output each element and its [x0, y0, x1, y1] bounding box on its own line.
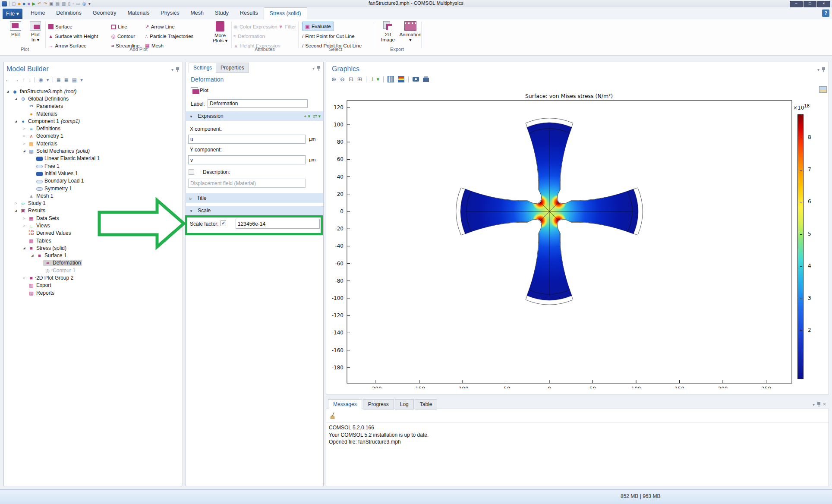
tree-item-global-definitions[interactable]: ◢⊕Global Definitions [4, 95, 181, 102]
description-checkbox[interactable] [189, 169, 194, 175]
zoom-box-icon[interactable]: ⊡ [349, 76, 353, 82]
ribbon-tab-geometry[interactable]: Geometry [87, 7, 122, 19]
expander-icon[interactable]: ◢ [30, 254, 35, 257]
pin-icon[interactable] [317, 66, 320, 71]
tree-item-fanstructure3-mph[interactable]: ◢◆fanStructure3.mph(root) [4, 88, 181, 95]
move-up-icon[interactable]: ↑ [22, 77, 25, 83]
tree-item-parameters[interactable]: PiParameters [4, 103, 181, 110]
section-expression[interactable]: ▼ Expression + ▾ ⇄ ▾ [186, 111, 323, 121]
tab-table[interactable]: Table [415, 399, 438, 410]
panel-menu-caret-icon[interactable]: ▾ [312, 66, 315, 71]
ribbon-item-arrow-line[interactable]: ↗ Arrow Line [145, 23, 175, 31]
2d-image-button[interactable]: 2D Image [378, 21, 397, 42]
forward-arrow-icon[interactable]: → [14, 77, 19, 83]
help-button[interactable]: ? [822, 9, 829, 17]
snapshot-icon[interactable] [413, 77, 419, 82]
scale-factor-input[interactable] [236, 219, 320, 229]
ribbon-item-surface-with-height[interactable]: ▲ Surface with Height [48, 32, 98, 40]
expander-icon[interactable]: ▷ [22, 134, 27, 138]
tree-item-deformation[interactable]: ≈Deformation [4, 259, 181, 267]
tree-item-materials[interactable]: ●Materials [4, 110, 181, 117]
tree-item-surface-1[interactable]: ◢■Surface 1 [4, 252, 181, 259]
tree-item-data-sets[interactable]: ▷▦Data Sets [4, 214, 181, 222]
expander-icon[interactable]: ◢ [5, 90, 10, 93]
tab-messages[interactable]: Messages [328, 399, 362, 410]
clear-messages-button[interactable] [330, 412, 336, 421]
back-arrow-icon[interactable]: ← [5, 77, 10, 83]
zoom-in-icon[interactable]: ⊕ [331, 76, 336, 82]
node-caret-icon[interactable]: ▾ [80, 77, 83, 83]
expander-icon[interactable]: ▷ [22, 127, 27, 130]
plot-in-button[interactable]: Plot In ▾ [27, 21, 44, 42]
settings-plot-button[interactable]: Plot [191, 86, 208, 94]
y-component-input[interactable] [188, 155, 306, 164]
panel-menu-caret-icon[interactable]: ▾ [813, 402, 815, 407]
tree-item-stress-solid[interactable]: ◢■Stress (solid) [4, 244, 181, 252]
expander-icon[interactable]: ◢ [13, 97, 19, 101]
tree-item-geometry-1[interactable]: ▷∧Geometry 1 [4, 132, 181, 140]
tree-item-linear-elastic-material-1[interactable]: Linear Elastic Material 1 [4, 155, 181, 162]
tree-item-2d-plot-group-2[interactable]: ▷■*2D Plot Group 2 [4, 274, 181, 281]
tree-item-study-1[interactable]: ▷∞Study 1 [4, 199, 181, 207]
label-input[interactable] [208, 99, 308, 108]
tree-item-component-1[interactable]: ◢●Component 1(comp1) [4, 117, 181, 125]
panel-menu-caret-icon[interactable]: ▾ [171, 67, 173, 72]
expander-icon[interactable]: ▷ [22, 217, 27, 220]
description-input[interactable] [188, 179, 306, 188]
tree-item-mesh-1[interactable]: ▲Mesh 1 [4, 192, 181, 199]
ribbon-item-surface[interactable]: Surface [48, 23, 72, 31]
x-component-input[interactable] [188, 135, 306, 144]
ribbon-tab-stress-solid[interactable]: Stress (solid) [264, 7, 307, 20]
ribbon-item-evaluate[interactable]: ▣ Evaluate [302, 22, 334, 31]
print-icon[interactable] [423, 78, 429, 82]
ribbon-item-filter[interactable]: ▼ Filter [278, 23, 296, 31]
tree-item-derived-values[interactable]: 8.85e-12Derived Values [4, 230, 181, 237]
move-down-icon[interactable]: ↓ [28, 77, 31, 83]
plot-button[interactable]: Plot [6, 21, 25, 37]
tree-item-results[interactable]: ◢▣Results [4, 207, 181, 214]
expander-icon[interactable]: ◢ [22, 149, 27, 153]
scale-factor-checkbox[interactable]: ✓ [221, 220, 226, 226]
ribbon-tab-study[interactable]: Study [209, 7, 234, 19]
color-legend-icon[interactable] [398, 76, 404, 82]
tree-item-reports[interactable]: ▤Reports [4, 289, 181, 296]
add-expression-icon[interactable]: + ▾ [304, 113, 310, 119]
close-panel-icon[interactable]: × [823, 401, 826, 407]
tab-log[interactable]: Log [395, 399, 414, 410]
tree-item-boundary-load-1[interactable]: Boundary Load 1 [4, 177, 181, 185]
image-icon[interactable] [819, 86, 827, 93]
replace-expression-icon[interactable]: ⇄ ▾ [313, 113, 321, 119]
animation-button[interactable]: Animation▾ [399, 21, 422, 42]
tree-item-definitions[interactable]: ▷≡Definitions [4, 125, 181, 132]
pin-icon[interactable] [176, 67, 179, 72]
grid-icon[interactable] [388, 76, 394, 82]
ribbon-item-line[interactable]: Line [111, 23, 127, 31]
ribbon-tab-materials[interactable]: Materials [122, 7, 155, 19]
show-eye-icon[interactable]: ◉ [38, 77, 43, 83]
pin-icon[interactable] [817, 402, 820, 407]
collapse-all-icon[interactable]: ≣ [57, 77, 61, 83]
pin-icon[interactable] [822, 67, 825, 72]
ribbon-tab-results[interactable]: Results [234, 7, 264, 19]
maximize-button[interactable]: □ [804, 1, 816, 7]
panel-menu-caret-icon[interactable]: ▾ [817, 67, 819, 72]
tab-settings[interactable]: Settings [189, 63, 217, 73]
ribbon-tab-mesh[interactable]: Mesh [185, 7, 209, 19]
tree-item-contour-1[interactable]: ◎*Contour 1 [4, 267, 181, 274]
node-text-icon[interactable]: ▤ [72, 77, 77, 83]
tree-item-tables[interactable]: ▦Tables [4, 237, 181, 244]
section-scale[interactable]: ▼ Scale [186, 206, 323, 215]
ribbon-tab-physics[interactable]: Physics [155, 7, 185, 19]
ribbon-item-deformation[interactable]: ≈ Deformation [233, 32, 265, 40]
close-button[interactable]: × [817, 1, 830, 7]
expander-icon[interactable]: ◢ [13, 209, 19, 212]
ribbon-tab-definitions[interactable]: Definitions [50, 7, 87, 19]
tree-item-solid-mechanics[interactable]: ◢▤Solid Mechanics(solid) [4, 147, 181, 154]
tree-item-export[interactable]: ▥Export [4, 282, 181, 289]
minimize-button[interactable]: – [790, 1, 803, 7]
show-caret-icon[interactable]: ▾ [46, 77, 49, 83]
plot-area[interactable]: -200-150-100-500501001502002501201008060… [326, 93, 796, 390]
zoom-out-icon[interactable]: ⊖ [340, 76, 345, 82]
tree-item-views[interactable]: ▷∟Views [4, 222, 181, 229]
section-title[interactable]: ▷ Title [186, 193, 323, 203]
